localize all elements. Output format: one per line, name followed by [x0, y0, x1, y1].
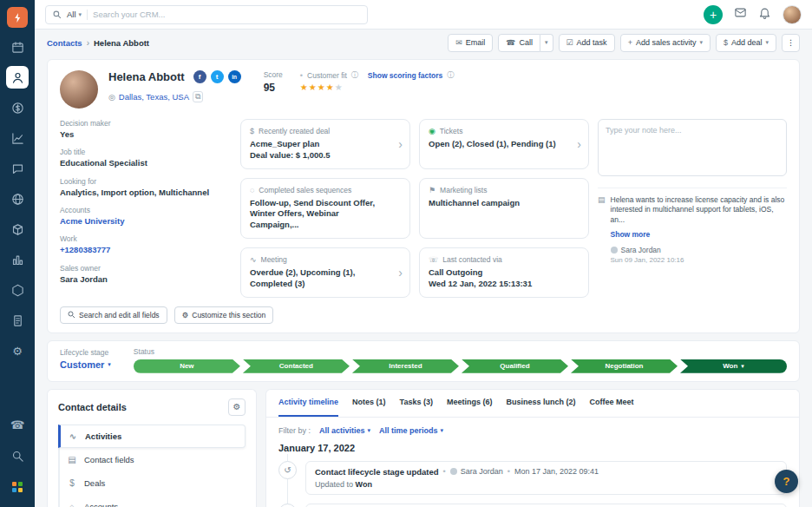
settings-icon[interactable]: ⚙	[6, 339, 29, 362]
activities-icon: ∿	[68, 431, 78, 441]
filter-period-dropdown[interactable]: All time periods ▾	[379, 426, 443, 435]
customize-section-button[interactable]: ⚙ Customize this section	[174, 306, 274, 324]
last-contacted-card[interactable]: ☏Last contacted via Call Outgoing Wed 12…	[419, 247, 589, 298]
chevron-right-icon[interactable]: ›	[398, 137, 403, 151]
timeline-item-card[interactable]: Contact lifecycle stage updated • Preksh…	[305, 504, 787, 507]
contact-avatar[interactable]	[60, 70, 98, 109]
card-line: Deal value: $ 1,000.5	[250, 150, 401, 161]
linkedin-icon[interactable]: in	[228, 70, 241, 83]
call-button[interactable]: ☎ Call	[498, 34, 540, 52]
reports-icon[interactable]	[6, 248, 29, 271]
search-scope-dropdown[interactable]: All ▾	[67, 10, 82, 19]
show-scoring-factors-link[interactable]: Show scoring factors	[368, 71, 442, 80]
global-search-box[interactable]: All ▾	[45, 5, 368, 24]
chevron-right-icon[interactable]: ›	[398, 266, 403, 280]
author-avatar-icon	[611, 247, 618, 254]
tab-coffee-meet[interactable]: Coffee Meet	[589, 390, 633, 417]
sidebar-item-deals[interactable]: $ Deals	[60, 471, 246, 495]
tab-business-lunch[interactable]: Business lunch (2)	[506, 390, 575, 417]
field-value: Analytics, Import option, Multichannel	[60, 188, 232, 198]
quick-add-button[interactable]: +	[704, 5, 723, 24]
notifications-bell-icon[interactable]	[758, 6, 771, 23]
copy-icon[interactable]: ⧉	[193, 91, 203, 102]
deals-icon[interactable]	[6, 96, 29, 119]
search-scope-value: All	[67, 10, 76, 19]
tab-notes[interactable]: Notes (1)	[352, 390, 386, 417]
analytics-icon[interactable]	[6, 127, 29, 149]
phone-link[interactable]: +1280383777	[60, 245, 232, 255]
account-link[interactable]: Acme University	[60, 216, 232, 227]
contact-location-link[interactable]: Dallas, Texas, USA	[119, 92, 189, 102]
user-avatar[interactable]	[783, 5, 802, 24]
search-input[interactable]	[93, 10, 360, 19]
timeline-item-card[interactable]: Contact lifecycle stage updated • Sara J…	[305, 461, 787, 495]
web-icon[interactable]	[6, 188, 29, 210]
show-more-link[interactable]: Show more	[611, 230, 651, 239]
notes-column: ▤ Helena wants to increase license capac…	[598, 119, 787, 298]
gear-icon: ⚙	[233, 402, 241, 412]
search-icon	[53, 10, 62, 19]
global-search-icon[interactable]	[6, 444, 29, 467]
sales-sequences-card[interactable]: ◌Completed sales sequences Follow-up, Se…	[240, 178, 410, 239]
phone-icon[interactable]: ☎	[6, 413, 29, 436]
email-button[interactable]: ✉ Email	[448, 34, 493, 52]
add-deal-button[interactable]: $ Add deal ▾	[716, 34, 776, 52]
note-input[interactable]	[598, 119, 787, 176]
chat-icon[interactable]	[6, 157, 29, 180]
lifecycle-card: Lifecycle stage Customer ▾ Status New Co…	[47, 340, 800, 382]
call-dropdown-button[interactable]: ▾	[540, 34, 553, 52]
products-icon[interactable]	[6, 279, 29, 301]
sidebar-item-contact-fields[interactable]: ▤ Contact fields	[60, 448, 246, 471]
stage-interested[interactable]: Interested	[352, 359, 459, 373]
details-settings-button[interactable]: ⚙	[228, 398, 246, 416]
twitter-icon[interactable]: t	[211, 70, 224, 83]
add-sales-activity-button[interactable]: + Add sales activity ▾	[620, 34, 710, 52]
stage-won-dropdown[interactable]: Won ▾	[680, 359, 787, 373]
contacts-icon[interactable]	[6, 66, 29, 89]
note-text: Helena wants to increase license capacit…	[611, 195, 787, 225]
info-icon[interactable]: ⓘ	[447, 70, 454, 80]
sidebar-item-activities[interactable]: ∿ Activities	[58, 425, 246, 448]
lifecycle-stage-dropdown[interactable]: Customer ▾	[60, 359, 111, 370]
search-edit-fields-button[interactable]: Search and edit all fields	[60, 306, 167, 324]
page-actions: ✉ Email ☎ Call ▾ ☑ Add task + Add sales	[448, 34, 800, 52]
divider	[87, 10, 88, 20]
meeting-card[interactable]: ∿Meeting Overdue (2), Upcoming (1), Comp…	[240, 247, 410, 298]
more-actions-button[interactable]: ⋮	[782, 34, 800, 52]
recent-deal-card[interactable]: $Recently created deal Acme_Super plan D…	[240, 119, 410, 169]
timeline-item-time: Mon 17 Jan, 2022 09:41	[514, 467, 599, 476]
chevron-right-icon[interactable]: ›	[577, 137, 581, 151]
stage-qualified[interactable]: Qualified	[462, 359, 568, 373]
task-icon: ☑	[566, 38, 573, 47]
help-button[interactable]: ?	[775, 470, 798, 493]
calendar-icon[interactable]	[6, 36, 29, 58]
app-root: ⚙ ☎ All ▾ +	[0, 0, 812, 507]
invoices-icon[interactable]	[6, 309, 29, 332]
facebook-icon[interactable]: f	[193, 70, 206, 83]
filter-activities-dropdown[interactable]: All activities ▾	[319, 426, 370, 435]
email-icon[interactable]	[734, 6, 747, 23]
tab-activity-timeline[interactable]: Activity timeline	[278, 390, 338, 417]
marketplace-icon[interactable]	[6, 218, 29, 240]
filter-activities-value: All activities	[319, 426, 365, 435]
stage-won-label: Won	[723, 362, 737, 370]
marketing-lists-card[interactable]: ⚑Marketing lists Multichannel campaign	[419, 178, 589, 239]
stage-new[interactable]: New	[134, 359, 240, 373]
stage-contacted[interactable]: Contacted	[243, 359, 350, 373]
tab-meetings[interactable]: Meetings (6)	[447, 390, 493, 417]
tab-tasks[interactable]: Tasks (3)	[400, 390, 433, 417]
breadcrumb-contacts-link[interactable]: Contacts	[47, 38, 82, 48]
apps-switcher-icon[interactable]	[6, 476, 29, 498]
field-value: Yes	[60, 129, 232, 140]
tickets-card[interactable]: ◉Tickets Open (2), Closed (1), Pending (…	[419, 119, 589, 169]
card-title: Completed sales sequences	[259, 186, 351, 194]
timeline-item: ↺ Contact lifecycle stage updated • Prek…	[278, 504, 787, 507]
add-task-button[interactable]: ☑ Add task	[559, 34, 615, 52]
card-line: Acme_Super plan	[250, 139, 401, 150]
stage-negotiation[interactable]: Negotiation	[571, 359, 678, 373]
freshworks-logo-icon[interactable]	[7, 7, 28, 28]
sidebar-item-accounts[interactable]: ⌂ Accounts	[60, 495, 246, 507]
lifecycle-update-icon: ↺	[278, 461, 297, 479]
info-icon[interactable]: ⓘ	[351, 70, 358, 80]
envelope-icon: ✉	[455, 38, 462, 47]
